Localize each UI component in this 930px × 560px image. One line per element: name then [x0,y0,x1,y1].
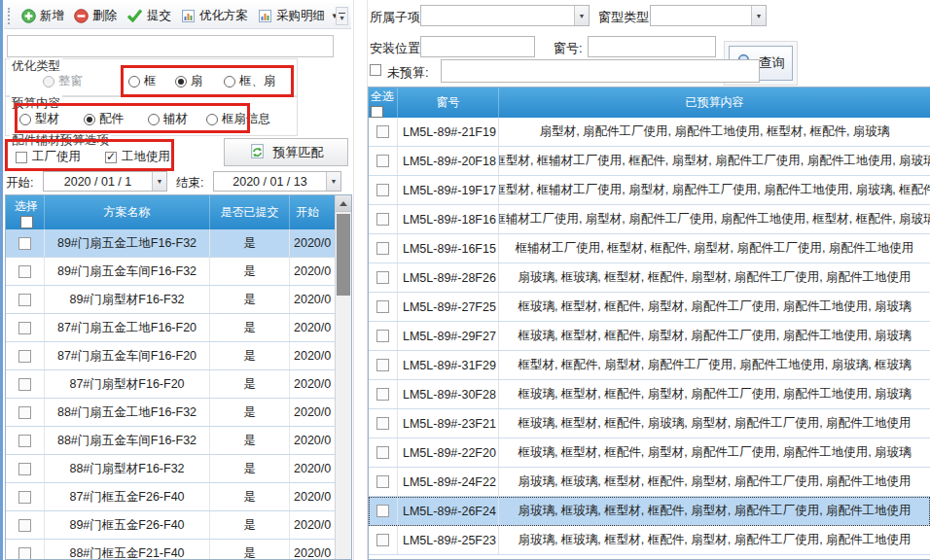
window-row-checkbox[interactable] [376,505,389,517]
submit-button[interactable]: 提交 [122,6,176,26]
unbudgeted-input[interactable] [441,59,760,83]
plan-table-header-start[interactable]: 开始 [290,195,336,229]
plan-table-scrollbar[interactable] [335,195,351,559]
window-table-row[interactable]: LM5L-89#-29F27框玻璃, 框型材, 框配件, 扇型材, 扇配件工厂使… [369,322,930,351]
plan-table-row[interactable]: 89#门扇五金工地F16-F32是2020/0 [6,229,336,258]
window-table-row[interactable]: LM5L-89#-26F24扇玻璃, 框玻璃, 框型材, 框配件, 扇型材, 扇… [369,497,930,526]
plan-table-row[interactable]: 87#门扇型材F16-F20是2020/0 [6,370,336,399]
window-table-row[interactable]: LM5L-89#-23F21框玻璃, 框型材, 框配件, 扇玻璃, 扇型材, 扇… [369,409,930,438]
plan-row-checkbox[interactable] [18,265,31,278]
plan-row-checkbox[interactable] [18,435,31,447]
window-row-checkbox[interactable] [376,534,389,546]
plan-row-checkbox[interactable] [18,294,31,306]
frame-radio[interactable]: 框 [128,73,157,89]
window-table-row[interactable]: LM5L-89#-27F25框玻璃, 框型材, 框配件, 扇型材, 扇配件工厂使… [369,293,930,322]
window-row-checkbox[interactable] [376,330,389,342]
checkbox-icon[interactable] [105,152,117,163]
select-all-plans-checkbox[interactable] [20,216,33,228]
window-table-row[interactable]: LM5L-89#-22F20框玻璃, 框型材, 框配件, 扇型材, 扇配件工厂使… [369,438,930,468]
sub-item-dropdown-icon[interactable]: ▼ [574,6,589,25]
sub-item-combo[interactable]: ▼ [420,5,590,26]
plan-row-checkbox[interactable] [18,406,31,419]
plan-row-checkbox[interactable] [18,463,31,475]
window-table-row[interactable]: LM5L-89#-25F23扇玻璃, 框玻璃, 框型材, 框配件, 扇型材, 扇… [369,526,930,555]
window-type-combo[interactable]: ▼ [650,5,767,26]
select-all-windows-checkbox[interactable] [371,106,383,118]
window-table-header-window-no[interactable]: 窗号 [398,88,499,118]
end-date-dropdown-icon[interactable]: ▼ [326,172,340,191]
plan-table-row[interactable]: 89#门扇型材F16-F32是2020/0 [6,286,336,314]
radio-icon[interactable] [224,76,235,88]
sash-radio[interactable]: 扇 [175,73,203,89]
frame-sash-radio[interactable]: 框、扇 [224,73,276,89]
new-button[interactable]: 新增 [17,6,69,26]
window-table-row[interactable]: LM5L-89#-24F22扇玻璃, 框玻璃, 框型材, 框配件, 扇型材, 扇… [369,468,930,497]
plan-row-checkbox[interactable] [18,237,31,250]
window-row-checkbox[interactable] [376,184,389,196]
plan-table-row[interactable]: 87#门框五金F26-F40是2020/0 [6,483,336,511]
plan-row-checkbox[interactable] [18,547,31,560]
factory-use-checkbox[interactable]: 工厂使用 [16,149,81,165]
aux-material-radio[interactable]: 辅材 [148,111,188,127]
window-row-checkbox[interactable] [376,155,389,167]
checkbox-icon[interactable] [16,152,27,163]
window-row-checkbox[interactable] [376,388,389,401]
plan-table-row[interactable]: 89#门框五金F26-F40是2020/0 [6,511,336,540]
unbudgeted-checkbox[interactable] [370,64,381,76]
window-table-row[interactable]: LM5L-89#-30F28框玻璃, 框型材, 框配件, 扇型材, 扇配件工厂使… [369,380,930,409]
radio-icon[interactable] [19,114,31,125]
plan-table-header-name[interactable]: 方案名称 [45,195,210,229]
window-table-row[interactable]: LM5L-89#-31F29框型材, 框配件, 扇型材, 扇配件工厂使用, 扇配… [369,351,930,380]
window-row-checkbox[interactable] [376,417,389,430]
radio-icon[interactable] [206,114,218,125]
optimize-plan-button[interactable]: 优化方案 [176,6,253,26]
radio-icon[interactable] [148,114,160,125]
site-use-checkbox[interactable]: 工地使用 [105,149,170,165]
window-row-checkbox[interactable] [376,359,389,371]
plan-table-row[interactable]: 87#门扇五金车间F16-F20是2020/0 [6,342,336,370]
plan-table-row[interactable]: 88#门扇型材F16-F32是2020/0 [6,455,336,483]
window-row-checkbox[interactable] [376,242,389,255]
plan-table-header-submitted[interactable]: 是否已提交 [210,195,290,229]
window-row-checkbox[interactable] [376,271,389,284]
window-row-checkbox[interactable] [376,475,389,488]
scrollbar-thumb[interactable] [337,214,350,296]
install-pos-input[interactable] [420,36,535,57]
plan-table-row[interactable]: 88#门扇五金工地F16-F32是2020/0 [6,399,336,427]
panel-splitter[interactable] [353,0,368,560]
profile-radio[interactable]: 型材 [19,111,59,127]
window-row-checkbox[interactable] [376,125,389,138]
frame-sash-info-radio[interactable]: 框扇信息 [206,111,270,127]
window-table-row[interactable]: LM5L-89#-19F17框型材, 框辅材工厂使用, 扇型材, 扇配件工厂使用… [369,176,930,205]
window-table-row[interactable]: LM5L-89#-20F18框型材, 框辅材工厂使用, 框配件, 扇型材, 扇配… [369,147,930,176]
fitting-radio[interactable]: 配件 [84,111,124,127]
plan-filter-input[interactable] [7,35,334,57]
window-table-row[interactable]: LM5L-89#-16F15框辅材工厂使用, 框型材, 框配件, 扇型材, 扇配… [369,234,930,263]
window-table-row[interactable]: LM5L-89#-18F16框辅材工厂使用, 扇型材, 扇配件工厂使用, 扇配件… [369,205,930,234]
scrollbar-up-icon[interactable] [336,195,351,212]
window-type-dropdown-icon[interactable]: ▼ [751,6,766,25]
delete-button[interactable]: 删除 [69,6,122,26]
window-table-header-content[interactable]: 已预算内容 [499,88,930,118]
radio-icon[interactable] [175,76,187,88]
plan-table-row[interactable]: 88#门扇五金车间F16-F32是2020/0 [6,427,336,455]
radio-icon[interactable] [84,114,95,125]
window-row-checkbox[interactable] [376,213,389,226]
purchase-detail-button[interactable]: 采购明细▼ [253,6,343,26]
start-date-dropdown-icon[interactable]: ▼ [152,172,166,191]
toolbar-grip[interactable] [8,8,11,24]
plan-table-row[interactable]: 89#门扇五金车间F16-F32是2020/0 [6,258,336,286]
radio-icon[interactable] [128,76,140,88]
window-no-input[interactable] [588,36,716,57]
window-row-checkbox[interactable] [376,446,389,459]
plan-row-checkbox[interactable] [18,322,31,334]
plan-table-row[interactable]: 88#门框五金F21-F40是2020/0 [6,540,336,560]
plan-table-row[interactable]: 87#门扇五金工地F16-F20是2020/0 [6,314,336,342]
window-table-row[interactable]: LM5L-89#-21F19扇型材, 扇配件工厂使用, 扇配件工地使用, 框型材… [369,118,930,147]
toolbar-overflow-button[interactable]: ▾ [336,7,348,25]
window-table-row[interactable]: LM5L-89#-28F26扇玻璃, 框玻璃, 框型材, 框配件, 扇型材, 扇… [369,263,930,293]
window-row-checkbox[interactable] [376,300,389,313]
start-date-picker[interactable]: 2020 / 01 / 1 ▼ [43,171,167,192]
plan-row-checkbox[interactable] [18,519,31,532]
plan-row-checkbox[interactable] [18,378,31,391]
